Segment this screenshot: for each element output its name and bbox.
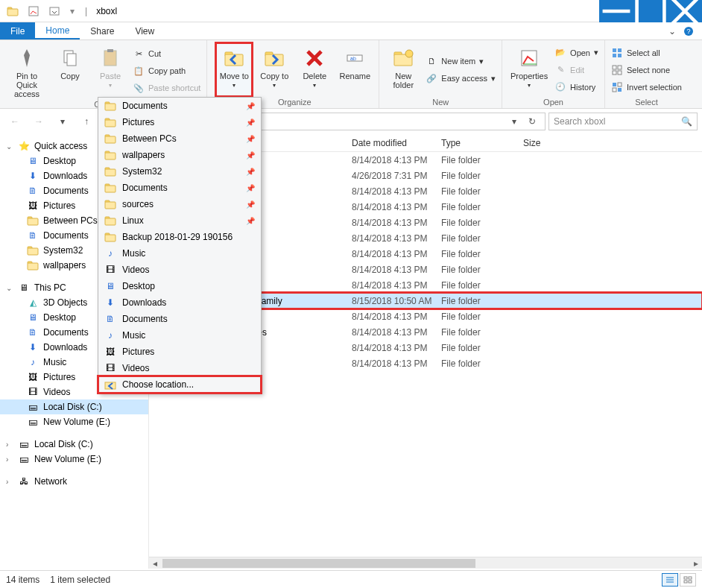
dropdown-item[interactable]: ♪Music <box>98 245 261 262</box>
open-button[interactable]: 📂Open ▾ <box>554 45 598 60</box>
cut-button[interactable]: ✂Cut <box>133 46 200 61</box>
copy-to-button[interactable]: Copy to▾ <box>256 43 292 96</box>
folder-icon: ◭ <box>27 297 39 309</box>
picture-icon: 🖼 <box>104 346 116 358</box>
tree-network[interactable]: ›🖧Network <box>0 474 148 489</box>
dropdown-item[interactable]: ⬇Downloads <box>98 294 261 311</box>
new-folder-button[interactable]: New folder <box>385 43 421 96</box>
svg-rect-29 <box>618 54 622 57</box>
properties-button[interactable]: Properties▾ <box>508 43 550 96</box>
tree-item[interactable]: 🖴Local Disk (C:) <box>0 399 148 414</box>
folder-icon: 🎞 <box>27 386 39 398</box>
copy-path-button[interactable]: 📋Copy path <box>133 63 200 78</box>
new-item-button[interactable]: 🗋New item ▾ <box>426 54 496 69</box>
tree-item[interactable]: ›🖴Local Disk (C:) <box>0 437 148 452</box>
copy-button[interactable]: Copy <box>52 43 88 98</box>
svg-rect-53 <box>105 136 116 143</box>
search-placeholder: Search xboxl <box>554 116 605 127</box>
svg-rect-5 <box>637 0 665 25</box>
qat-properties-icon[interactable] <box>25 3 42 19</box>
view-icons-button[interactable] <box>680 573 696 587</box>
tab-view[interactable]: View <box>124 22 165 39</box>
horizontal-scrollbar[interactable]: ◂ ▸ <box>149 557 702 569</box>
folder-icon <box>104 133 116 145</box>
dropdown-item[interactable]: 🗎Documents <box>98 311 261 327</box>
address-dropdown-icon[interactable]: ▾ <box>507 116 521 127</box>
scroll-thumb[interactable] <box>162 559 475 568</box>
folder-icon <box>27 244 39 256</box>
dropdown-item[interactable]: Pictures📌 <box>98 114 261 130</box>
pin-quick-access-button[interactable]: Pin to Quick access <box>6 43 48 98</box>
svg-rect-70 <box>684 577 687 579</box>
close-button[interactable] <box>668 0 702 22</box>
forward-button[interactable]: → <box>28 112 49 131</box>
svg-rect-57 <box>105 169 116 176</box>
delete-icon <box>303 46 326 70</box>
rename-button[interactable]: ab Rename <box>337 43 373 96</box>
minimize-button[interactable] <box>599 0 633 22</box>
back-button[interactable]: ← <box>4 112 25 131</box>
tree-item[interactable]: 🖴New Volume (E:) <box>0 414 148 429</box>
search-input[interactable]: Search xboxl 🔍 <box>548 113 698 130</box>
refresh-icon[interactable]: ↻ <box>522 113 542 130</box>
select-all-button[interactable]: Select all <box>611 45 682 60</box>
dropdown-item[interactable]: Linux📌 <box>98 212 261 229</box>
dropdown-item[interactable]: 🖼Pictures <box>98 344 261 360</box>
svg-rect-41 <box>28 248 38 255</box>
delete-button[interactable]: Delete▾ <box>297 43 332 96</box>
copy-path-icon: 📋 <box>133 65 145 77</box>
dropdown-item[interactable]: sources📌 <box>98 196 261 212</box>
choose-location-item[interactable]: Choose location... <box>98 376 261 393</box>
svg-rect-31 <box>618 66 622 69</box>
tab-home[interactable]: Home <box>35 22 80 39</box>
svg-rect-43 <box>28 263 38 270</box>
maximize-button[interactable] <box>633 0 668 22</box>
svg-rect-55 <box>105 153 116 159</box>
easy-access-button[interactable]: 🔗Easy access ▾ <box>426 71 496 86</box>
invert-selection-button[interactable]: Invert selection <box>611 80 682 95</box>
dropdown-item[interactable]: Backup 2018-01-29 190156 <box>98 229 261 245</box>
disk-icon: 🖴 <box>18 438 30 450</box>
copy-icon <box>58 46 82 70</box>
dropdown-item[interactable]: System32📌 <box>98 163 261 180</box>
svg-rect-65 <box>105 235 116 241</box>
svg-rect-11 <box>67 54 76 66</box>
column-date[interactable]: Date modified <box>352 138 441 148</box>
move-to-button[interactable]: Move to▾ <box>216 43 252 96</box>
svg-rect-12 <box>104 51 116 66</box>
folder-icon: 🖼 <box>27 200 39 212</box>
dropdown-item[interactable]: Documents📌 <box>98 98 261 114</box>
dropdown-item[interactable]: 🎞Videos <box>98 262 261 278</box>
up-button[interactable]: ↑ <box>76 112 97 131</box>
star-icon: ⭐ <box>18 140 30 152</box>
dropdown-item[interactable]: 🎞Videos <box>98 360 261 376</box>
recent-locations-button[interactable]: ▾ <box>52 112 73 131</box>
svg-rect-34 <box>613 83 616 86</box>
dropdown-item[interactable]: Documents📌 <box>98 180 261 196</box>
dropdown-item[interactable]: ♪Music <box>98 327 261 344</box>
scroll-left-icon[interactable]: ◂ <box>149 557 161 569</box>
svg-point-24 <box>405 50 413 57</box>
select-none-button[interactable]: Select none <box>611 63 682 78</box>
music-icon: ♪ <box>104 247 116 259</box>
scroll-right-icon[interactable]: ▸ <box>690 557 702 569</box>
paste-button[interactable]: Paste ▾ <box>92 43 128 98</box>
pin-icon <box>15 46 39 70</box>
folder-icon <box>104 100 116 112</box>
history-button[interactable]: 🕘History <box>554 80 598 95</box>
dropdown-item[interactable]: Between PCs📌 <box>98 130 261 147</box>
tab-file[interactable]: File <box>0 22 35 39</box>
paste-shortcut-button[interactable]: 📎Paste shortcut <box>133 80 200 95</box>
dropdown-item[interactable]: wallpapers📌 <box>98 147 261 163</box>
column-size[interactable]: Size <box>523 138 568 148</box>
edit-button[interactable]: ✎Edit <box>554 63 598 78</box>
invert-selection-icon <box>611 81 623 93</box>
tab-share[interactable]: Share <box>80 22 124 39</box>
column-type[interactable]: Type <box>441 138 523 148</box>
qat-folder-icon[interactable] <box>4 3 21 19</box>
dropdown-item[interactable]: 🖥Desktop <box>98 278 261 294</box>
qat-dropdown-icon[interactable] <box>46 3 63 19</box>
view-details-button[interactable] <box>662 573 678 587</box>
copy-to-icon <box>262 46 286 70</box>
tree-item[interactable]: ›🖴New Volume (E:) <box>0 452 148 467</box>
